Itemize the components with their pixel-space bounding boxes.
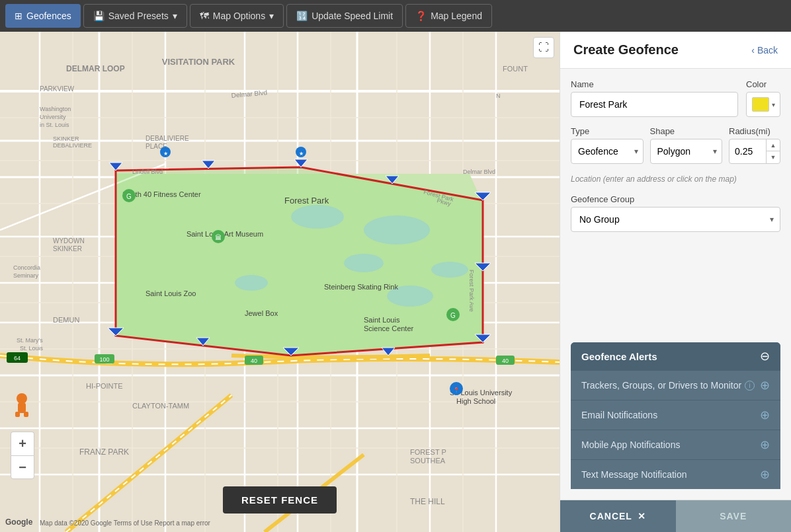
svg-text:HI-POINTE: HI-POINTE xyxy=(86,382,123,390)
update-speed-limit-label: Update Speed Limit xyxy=(312,11,393,21)
svg-text:DEBALIVIERE: DEBALIVIERE xyxy=(53,142,92,149)
mobile-alert-row[interactable]: Mobile App Notifications ⊕ xyxy=(571,430,780,459)
pegman[interactable] xyxy=(12,393,32,420)
geofence-alerts-section: Geofence Alerts ⊖ Trackers, Groups, or D… xyxy=(571,342,780,489)
map-legend-button[interactable]: ❓ Map Legend xyxy=(405,4,492,28)
map-zoom-controls: + − xyxy=(11,432,34,479)
panel-body: Name Color ▾ Type Geofence xyxy=(560,69,791,500)
info-icon: i xyxy=(745,381,755,391)
update-speed-limit-button[interactable]: 🔢 Update Speed Limit xyxy=(286,4,403,28)
shape-field-group: Shape Polygon xyxy=(650,126,723,164)
svg-text:Jewel Box: Jewel Box xyxy=(245,309,278,317)
zoom-out-button[interactable]: − xyxy=(11,455,34,479)
sms-alert-plus-icon[interactable]: ⊕ xyxy=(760,467,770,482)
type-label: Type xyxy=(571,126,644,136)
map-area[interactable]: VISITATION PARK DELMAR LOOP PARKVIEW Was… xyxy=(0,32,560,532)
back-button[interactable]: ‹ Back xyxy=(751,45,778,56)
geofence-group-select[interactable]: No Group xyxy=(571,207,780,232)
saved-presets-label: Saved Presets xyxy=(108,11,169,21)
svg-text:DELMAR LOOP: DELMAR LOOP xyxy=(66,64,125,73)
svg-rect-119 xyxy=(15,412,20,417)
geofences-button[interactable]: ⊞ Geofences xyxy=(5,4,81,28)
svg-text:Seminary: Seminary xyxy=(13,272,39,279)
svg-point-117 xyxy=(17,393,27,404)
panel-title: Create Geofence xyxy=(573,42,679,57)
radius-field-group: Radius(mi) ▲ ▼ xyxy=(729,126,780,164)
trackers-alert-info: Trackers, Groups, or Drivers to Monitor … xyxy=(581,380,755,391)
svg-text:High School: High School xyxy=(456,397,495,405)
radius-spinners: ▲ ▼ xyxy=(766,139,780,163)
speed-limit-icon: 🔢 xyxy=(296,11,308,21)
svg-text:DEBALIVIERE: DEBALIVIERE xyxy=(146,135,189,142)
geofences-label: Geofences xyxy=(26,11,71,21)
svg-text:SKINKER: SKINKER xyxy=(53,245,82,252)
radius-decrement-button[interactable]: ▼ xyxy=(767,151,780,163)
map-legend-icon: ❓ xyxy=(415,11,427,21)
svg-text:Steinberg Skating Rink: Steinberg Skating Rink xyxy=(324,283,398,291)
svg-text:University: University xyxy=(40,114,66,120)
svg-text:THE HILL: THE HILL xyxy=(410,497,445,506)
name-color-row: Name Color ▾ xyxy=(571,79,780,117)
trackers-alert-row[interactable]: Trackers, Groups, or Drivers to Monitor … xyxy=(571,370,780,400)
shape-select-wrapper: Polygon xyxy=(650,139,723,164)
svg-text:Saint Louis Art Museum: Saint Louis Art Museum xyxy=(187,230,263,238)
svg-text:Science Center: Science Center xyxy=(364,324,414,332)
map-options-chevron-icon: ▾ xyxy=(269,11,274,21)
color-picker[interactable]: ▾ xyxy=(746,92,780,117)
map-options-button[interactable]: 🗺 Map Options ▾ xyxy=(190,4,284,28)
svg-text:Concordia: Concordia xyxy=(13,264,40,271)
panel-header: Create Geofence ‹ Back xyxy=(560,32,791,69)
geofence-group-select-wrapper: No Group xyxy=(571,207,780,232)
shape-select[interactable]: Polygon xyxy=(650,139,723,164)
panel-footer: CANCEL ✕ SAVE xyxy=(560,500,791,532)
svg-text:G: G xyxy=(450,312,456,319)
sms-alert-label: Text Message Notification xyxy=(581,469,687,480)
cancel-button[interactable]: CANCEL ✕ xyxy=(560,500,676,532)
google-logo: Google xyxy=(5,517,32,527)
reset-fence-button[interactable]: RESET FENCE xyxy=(223,486,337,513)
trackers-alert-plus-icon[interactable]: ⊕ xyxy=(760,378,770,393)
sms-alert-row[interactable]: Text Message Notification ⊕ xyxy=(571,459,780,489)
map-attribution: Map data ©2020 Google Terms of Use Repor… xyxy=(40,519,210,527)
name-field-group: Name xyxy=(571,79,738,117)
geofences-icon: ⊞ xyxy=(15,11,22,21)
svg-text:G: G xyxy=(126,193,132,200)
type-field-group: Type Geofence xyxy=(571,126,644,164)
radius-input[interactable] xyxy=(729,141,766,162)
svg-text:St. Mary's: St. Mary's xyxy=(17,337,43,344)
radius-increment-button[interactable]: ▲ xyxy=(767,139,780,151)
expand-map-button[interactable]: ⛶ xyxy=(533,37,554,58)
email-alert-row[interactable]: Email Notifications ⊕ xyxy=(571,400,780,430)
svg-text:Saint Louis: Saint Louis xyxy=(364,316,400,324)
radius-label: Radius(mi) xyxy=(729,126,780,136)
trackers-alert-label: Trackers, Groups, or Drivers to Monitor xyxy=(581,380,741,391)
svg-text:FRANZ PARK: FRANZ PARK xyxy=(79,447,129,457)
svg-text:Lindell Blvd: Lindell Blvd xyxy=(132,169,163,175)
svg-text:100: 100 xyxy=(99,356,109,363)
svg-text:★: ★ xyxy=(163,151,168,157)
type-select[interactable]: Geofence xyxy=(571,139,644,164)
mobile-alert-plus-icon[interactable]: ⊕ xyxy=(760,437,770,452)
email-alert-label: Email Notifications xyxy=(581,410,657,420)
geofence-group-field-group: Geofence Group No Group xyxy=(571,194,780,333)
radius-input-wrapper: ▲ ▼ xyxy=(729,139,780,164)
back-label: Back xyxy=(757,45,778,56)
svg-text:64: 64 xyxy=(14,355,21,361)
shape-label: Shape xyxy=(650,126,723,136)
side-panel: Create Geofence ‹ Back Name Color ▾ xyxy=(560,32,791,532)
svg-text:Delmar Blvd: Delmar Blvd xyxy=(463,169,495,175)
name-input[interactable] xyxy=(571,92,738,117)
svg-text:WYDOWN: WYDOWN xyxy=(53,237,85,245)
email-alert-plus-icon[interactable]: ⊕ xyxy=(760,408,770,422)
save-button[interactable]: SAVE xyxy=(676,500,792,532)
alerts-title: Geofence Alerts xyxy=(581,351,657,362)
saved-presets-button[interactable]: 💾 Saved Presets ▾ xyxy=(83,4,187,28)
svg-text:DEMUN: DEMUN xyxy=(53,316,79,324)
location-hint: Location (enter an address or click on t… xyxy=(571,173,780,185)
svg-text:🏛: 🏛 xyxy=(215,234,222,241)
type-select-wrapper: Geofence xyxy=(571,139,644,164)
zoom-in-button[interactable]: + xyxy=(11,432,34,455)
map-options-icon: 🗺 xyxy=(200,11,209,21)
alerts-collapse-button[interactable]: ⊖ xyxy=(760,350,770,362)
cancel-x-icon: ✕ xyxy=(638,511,646,521)
